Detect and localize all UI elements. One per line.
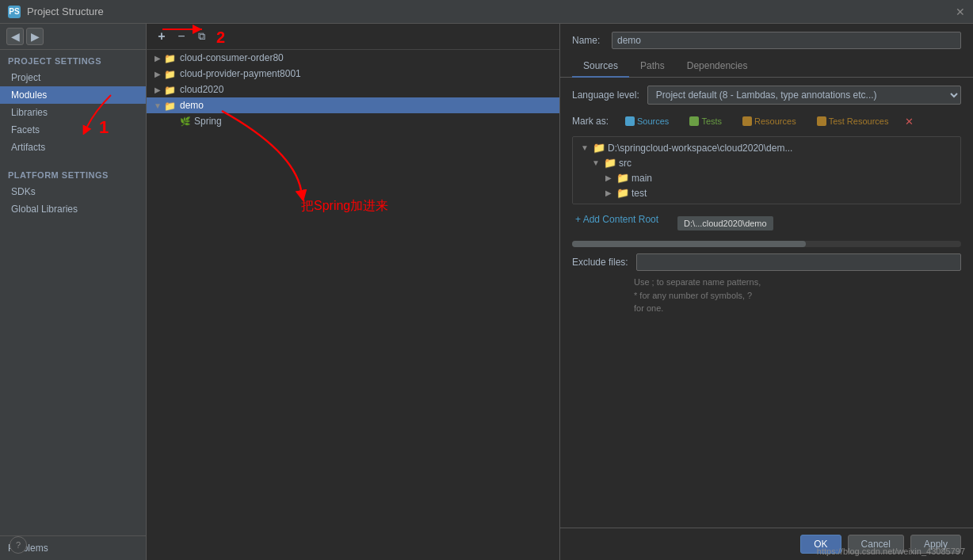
- module-tree: + − ⧉ ▶ 📁 cloud-consumer-order80 ▶ 📁 clo…: [147, 24, 560, 560]
- add-content-root-button[interactable]: + Add Content Root: [572, 212, 662, 227]
- sidebar-item-sdks[interactable]: SDKs: [0, 183, 146, 200]
- mark-resources-button[interactable]: Resources: [735, 114, 803, 128]
- mark-sources-button[interactable]: Sources: [618, 114, 676, 128]
- watermark: https://blog.csdn.net/weixin_43085797: [817, 547, 965, 556]
- content-root-row: + Add Content Root D:\...cloud2020\demo: [572, 212, 961, 234]
- folder-icon: 📁: [164, 53, 177, 63]
- spring-label: Spring: [194, 116, 222, 127]
- ft-src-label: src: [619, 158, 631, 169]
- sidebar-item-facets[interactable]: Facets: [0, 121, 146, 139]
- sidebar-item-artifacts[interactable]: Artifacts: [0, 139, 146, 156]
- exclude-input[interactable]: [636, 253, 961, 271]
- module-label: demo: [180, 100, 204, 111]
- right-panel: Name: Sources Paths Dependencies Languag…: [560, 24, 973, 560]
- title-bar: PS Project Structure ✕: [0, 0, 973, 24]
- annotation-1: 1: [99, 117, 109, 138]
- ft-root-label: D:\springcloud-workspace\cloud2020\dem..…: [608, 143, 792, 154]
- sidebar-item-project[interactable]: Project: [0, 69, 146, 86]
- ft-expand-icon: ▼: [579, 143, 590, 152]
- app-icon: PS: [8, 6, 21, 18]
- exclude-label: Exclude files:: [572, 257, 628, 268]
- help-button[interactable]: ?: [10, 536, 27, 554]
- ft-expand-icon: ▼: [590, 158, 601, 167]
- tab-dependencies[interactable]: Dependencies: [676, 55, 759, 78]
- remove-module-button[interactable]: −: [173, 28, 190, 45]
- add-module-button[interactable]: +: [153, 28, 170, 45]
- platform-settings-header: Platform Settings: [0, 164, 146, 183]
- lang-row: Language level: Project default (8 - Lam…: [572, 86, 961, 105]
- tab-paths[interactable]: Paths: [629, 55, 676, 78]
- sidebar-nav: ◀ ▶: [0, 24, 146, 50]
- folder-icon: 📁: [164, 69, 177, 78]
- title-text: Project Structure: [27, 6, 956, 17]
- ft-main-folder-icon: 📁: [616, 172, 629, 184]
- ft-src-folder-icon: 📁: [604, 157, 616, 169]
- scrollbar-track[interactable]: [572, 241, 961, 247]
- module-label: cloud-consumer-order80: [180, 52, 284, 63]
- name-input[interactable]: [612, 32, 961, 49]
- panel-content: Language level: Project default (8 - Lam…: [560, 78, 973, 528]
- ft-src[interactable]: ▼ 📁 src: [573, 155, 960, 170]
- sources-color-icon: [625, 116, 635, 126]
- exclude-row: Exclude files:: [572, 253, 961, 271]
- expand-icon: ▶: [153, 69, 162, 78]
- name-row: Name:: [560, 24, 973, 55]
- mark-tests-button[interactable]: Tests: [682, 114, 729, 128]
- test-res-color-icon: [817, 116, 826, 126]
- mark-as-label: Mark as:: [572, 116, 609, 127]
- folder-icon: 📁: [164, 101, 177, 110]
- folder-icon: 📁: [164, 85, 177, 94]
- chinese-annotation: 把Spring加进来: [301, 198, 388, 215]
- ft-test-folder-icon: 📁: [616, 187, 629, 199]
- resources-color-icon: [742, 116, 752, 126]
- copy-module-button[interactable]: ⧉: [193, 28, 210, 45]
- sidebar-item-global-libraries[interactable]: Global Libraries: [0, 200, 146, 218]
- spring-icon: 🌿: [180, 116, 191, 127]
- tree-item-cloud-provider[interactable]: ▶ 📁 cloud-provider-payment8001: [147, 66, 559, 82]
- ft-main[interactable]: ▶ 📁 main: [573, 170, 960, 185]
- lang-select[interactable]: Project default (8 - Lambdas, type annot…: [647, 86, 961, 105]
- main-container: ◀ ▶ Project Settings Project Modules Lib…: [0, 24, 973, 560]
- annotation-2: 2: [216, 29, 225, 47]
- ft-expand-icon: ▶: [603, 189, 614, 197]
- module-label: cloud2020: [180, 84, 223, 95]
- module-label: cloud-provider-payment8001: [180, 68, 301, 79]
- ft-root[interactable]: ▼ 📁 D:\springcloud-workspace\cloud2020\d…: [573, 140, 960, 155]
- tree-item-demo[interactable]: ▼ 📁 demo: [147, 97, 559, 113]
- expand-icon: ▶: [153, 85, 162, 94]
- scrollbar-thumb[interactable]: [572, 241, 806, 247]
- expand-icon: ▼: [153, 101, 162, 110]
- ft-root-folder-icon: 📁: [593, 142, 605, 154]
- scrollbar-area: [572, 241, 961, 247]
- mark-test-resources-button[interactable]: Test Resources: [810, 114, 896, 128]
- expand-icon: [169, 116, 178, 126]
- ft-test[interactable]: ▶ 📁 test: [573, 185, 960, 200]
- exclude-hint: Use ; to separate name patterns, * for a…: [634, 276, 961, 315]
- back-button[interactable]: ◀: [6, 28, 24, 45]
- tab-sources[interactable]: Sources: [572, 55, 629, 78]
- ft-test-label: test: [631, 188, 647, 199]
- lang-label: Language level:: [572, 90, 639, 101]
- ft-expand-icon: ▶: [603, 173, 614, 182]
- forward-button[interactable]: ▶: [26, 28, 44, 45]
- mark-exclude-button[interactable]: ✕: [905, 116, 914, 128]
- close-button[interactable]: ✕: [956, 6, 965, 18]
- tree-item-spring[interactable]: 🌿 Spring: [147, 113, 559, 129]
- tree-item-cloud-consumer[interactable]: ▶ 📁 cloud-consumer-order80: [147, 50, 559, 66]
- ft-main-label: main: [631, 173, 652, 184]
- path-tooltip: D:\...cloud2020\demo: [677, 216, 773, 230]
- tree-toolbar: + − ⧉: [147, 24, 559, 50]
- name-label: Name:: [572, 35, 604, 46]
- expand-icon: ▶: [153, 53, 162, 63]
- sidebar: ◀ ▶ Project Settings Project Modules Lib…: [0, 24, 147, 560]
- tests-color-icon: [689, 116, 699, 126]
- sidebar-item-modules[interactable]: Modules: [0, 86, 146, 104]
- tabs-row: Sources Paths Dependencies: [560, 55, 973, 78]
- file-tree: ▼ 📁 D:\springcloud-workspace\cloud2020\d…: [572, 136, 961, 204]
- sidebar-item-libraries[interactable]: Libraries: [0, 104, 146, 121]
- tree-item-cloud2020[interactable]: ▶ 📁 cloud2020: [147, 82, 559, 97]
- project-settings-header: Project Settings: [0, 50, 146, 69]
- mark-as-row: Mark as: Sources Tests Resources Test Re…: [572, 114, 961, 128]
